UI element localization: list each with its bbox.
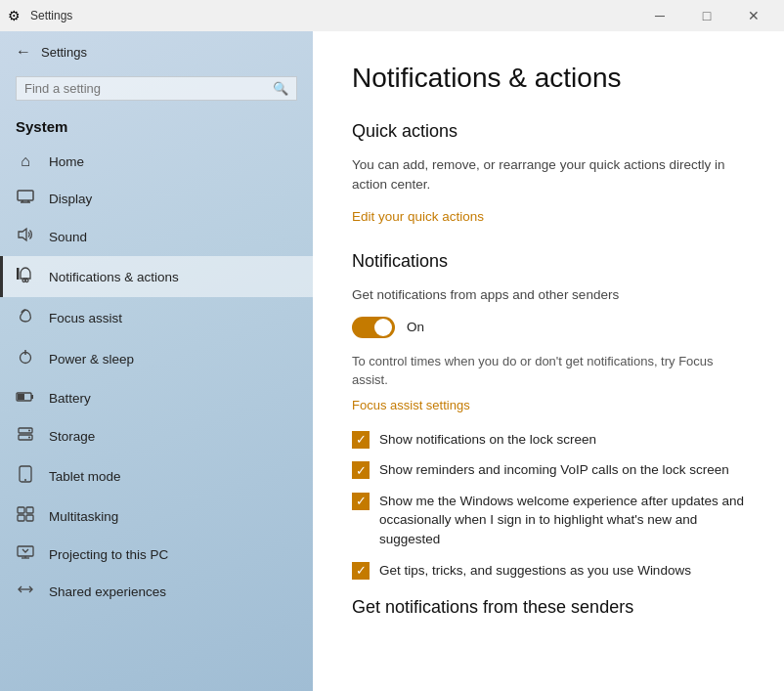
checkbox-label-voip: Show reminders and incoming VoIP calls o… [379,460,729,480]
svg-rect-24 [18,546,33,556]
checkbox-label-welcome: Show me the Windows welcome experience a… [379,492,745,549]
checkmark-icon: ✓ [356,495,367,507]
nav-item-display[interactable]: Display [0,180,313,217]
checkmark-icon: ✓ [356,564,367,577]
edit-quick-actions-link[interactable]: Edit your quick actions [352,209,484,224]
page-title: Notifications & actions [352,63,745,94]
notifications-section: Notifications Get notifications from app… [352,251,745,581]
nav-item-storage[interactable]: Storage [0,416,313,455]
focus-description: To control times when you do or don't ge… [352,352,745,390]
svg-rect-21 [26,507,33,513]
nav-label-battery: Battery [49,391,91,406]
checkbox-label-tips: Get tips, tricks, and suggestions as you… [379,561,691,581]
nav-label-focus: Focus assist [49,311,122,325]
checkbox-tips[interactable]: ✓ [352,562,370,580]
focus-assist-settings-link[interactable]: Focus assist settings [352,398,470,412]
tablet-icon [16,465,35,487]
titlebar-controls: ─ □ ✕ [637,0,776,31]
nav-item-sound[interactable]: Sound [0,217,313,256]
nav-item-power[interactable]: Power & sleep [0,338,313,379]
app-body: ← Settings 🔍 System ⌂ Home Display Sound [0,31,784,691]
checkbox-lock-screen[interactable]: ✓ [352,431,370,449]
quick-actions-title: Quick actions [352,121,745,142]
shared-icon [16,583,35,600]
senders-title: Get notifications from these senders [352,597,745,618]
nav-item-focus-assist[interactable]: Focus assist [0,297,313,338]
nav-item-notifications[interactable]: Notifications & actions [0,256,313,297]
projecting-icon [16,545,35,563]
close-button[interactable]: ✕ [731,0,776,31]
nav-item-projecting[interactable]: Projecting to this PC [0,536,313,573]
notifications-toggle[interactable] [352,317,395,338]
search-input[interactable] [24,81,267,96]
svg-point-19 [24,479,26,481]
checkbox-row-voip: ✓ Show reminders and incoming VoIP calls… [352,460,745,480]
toggle-row: On [352,317,745,338]
nav-label-display: Display [49,192,92,206]
nav-label-notifications: Notifications & actions [49,270,179,284]
svg-marker-4 [19,229,26,240]
svg-rect-23 [26,515,33,521]
titlebar-left: ⚙ Settings [8,8,72,23]
nav-item-multitasking[interactable]: Multitasking [0,497,313,536]
quick-actions-description: You can add, remove, or rearrange your q… [352,155,745,195]
svg-point-17 [28,437,30,439]
nav-label-shared: Shared experiences [49,584,166,599]
checkmark-icon: ✓ [356,464,367,477]
sidebar: ← Settings 🔍 System ⌂ Home Display Sound [0,31,313,691]
nav-label-power: Power & sleep [49,352,134,367]
sidebar-header: ← Settings [0,31,313,72]
svg-rect-0 [18,191,33,200]
sound-icon [16,227,35,246]
titlebar: ⚙ Settings ─ □ ✕ [0,0,784,31]
power-icon [16,348,35,369]
svg-rect-13 [18,394,24,400]
checkbox-voip[interactable]: ✓ [352,461,370,479]
display-icon [16,190,35,207]
svg-rect-22 [18,515,24,521]
checkmark-icon: ✓ [356,433,367,446]
maximize-button[interactable]: □ [684,0,729,31]
minimize-button[interactable]: ─ [637,0,682,31]
system-label: System [0,112,313,143]
svg-rect-12 [31,395,33,399]
storage-icon [16,426,35,446]
checkbox-row-tips: ✓ Get tips, tricks, and suggestions as y… [352,561,745,581]
search-box: 🔍 [16,76,297,101]
back-button[interactable]: ← [16,43,31,61]
multitasking-icon [16,506,35,526]
checkbox-row-lock-screen: ✓ Show notifications on the lock screen [352,430,745,450]
settings-icon: ⚙ [8,8,21,23]
focus-assist-icon [16,307,35,328]
notifications-icon [16,266,35,287]
nav-label-multitasking: Multitasking [49,509,118,524]
nav-item-battery[interactable]: Battery [0,379,313,416]
notifications-title: Notifications [352,251,745,272]
titlebar-title: Settings [30,9,72,22]
nav-label-storage: Storage [49,429,95,444]
checkbox-welcome[interactable]: ✓ [352,493,370,510]
nav-label-projecting: Projecting to this PC [49,547,168,562]
nav-item-tablet[interactable]: Tablet mode [0,455,313,497]
toggle-label: On [407,320,424,334]
nav-label-sound: Sound [49,230,87,244]
nav-item[interactable]: ⌂ Home [0,143,313,180]
svg-rect-20 [18,507,24,513]
battery-icon [16,389,35,407]
nav-label-tablet: Tablet mode [49,469,121,484]
sidebar-header-title: Settings [41,45,87,60]
checkbox-row-welcome: ✓ Show me the Windows welcome experience… [352,492,745,549]
content-panel: Notifications & actions Quick actions Yo… [313,31,784,691]
nav-item-label: Home [49,154,84,169]
toggle-knob [374,319,392,336]
nav-item-shared[interactable]: Shared experiences [0,573,313,610]
checkbox-label-lock-screen: Show notifications on the lock screen [379,430,596,450]
svg-point-16 [28,430,30,432]
home-icon: ⌂ [16,152,35,170]
search-icon: 🔍 [273,81,288,96]
svg-point-7 [25,280,28,282]
get-notifications-label: Get notifications from apps and other se… [352,285,745,305]
